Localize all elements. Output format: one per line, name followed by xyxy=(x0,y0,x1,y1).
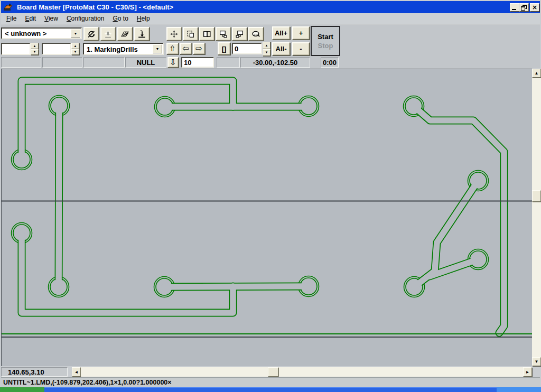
start-label[interactable]: Start xyxy=(318,32,333,41)
status-text: UNTITL~1.LMD,(-109.879,202.406),1×1,0.00… xyxy=(3,379,172,386)
readout-blank-2 xyxy=(42,57,82,68)
brackets-select-button[interactable]: [] xyxy=(218,42,230,55)
scroll-right-button[interactable]: ► xyxy=(523,367,532,377)
start-stop-button[interactable]: Start Stop xyxy=(311,26,340,56)
readout-blank-3 xyxy=(83,57,125,68)
stop-label: Stop xyxy=(318,41,333,50)
minimize-icon xyxy=(512,9,516,10)
x-spinner: ▲ ▼ xyxy=(31,43,39,55)
head-selector-combo[interactable]: < unknown > ▼ xyxy=(1,27,82,39)
chevron-down-icon[interactable]: ▼ xyxy=(153,44,162,53)
plate-back-icon xyxy=(235,30,244,39)
jog-right-button[interactable]: ⇨ xyxy=(193,43,205,54)
scroll-up-icon: ▲ xyxy=(535,71,539,76)
horizontal-scrollbar-row: 140.65,3.10 ◄ ► xyxy=(1,367,532,377)
vscroll-track[interactable] xyxy=(532,78,541,357)
duplicate-side-button[interactable] xyxy=(199,27,214,41)
menu-item-edit[interactable]: Edit xyxy=(21,14,40,23)
windows-taskbar xyxy=(0,387,541,392)
toolbar: < unknown > ▼ xyxy=(1,24,540,69)
rotate-refresh-button[interactable] xyxy=(83,27,99,41)
x-coordinate-input[interactable] xyxy=(1,43,31,55)
brackets-icon: [] xyxy=(222,45,227,53)
hscroll-track[interactable] xyxy=(81,367,523,377)
app-icon xyxy=(3,3,14,12)
hatch-area-icon xyxy=(120,30,129,39)
place-down-button[interactable] xyxy=(100,27,116,41)
spin-down-icon[interactable]: ▼ xyxy=(71,49,79,55)
y-coordinate-input[interactable] xyxy=(42,43,71,55)
tool-down-icon xyxy=(137,30,146,39)
close-button[interactable]: × xyxy=(530,3,539,12)
taskbar-strip xyxy=(0,387,541,392)
magnifier-icon xyxy=(251,30,260,39)
chevron-down-icon[interactable]: ▼ xyxy=(71,29,80,38)
phase-readout: NULL xyxy=(125,57,166,68)
screen: { "window": { "title": "Board Master [Pr… xyxy=(0,0,541,392)
vertical-scrollbar[interactable]: ▲ ▼ xyxy=(532,69,541,366)
dashed-copy-icon xyxy=(186,30,195,39)
menu-item-file[interactable]: File xyxy=(2,14,21,23)
spin-up-icon[interactable]: ▲ xyxy=(263,42,270,49)
jog-left-button[interactable]: ⇦ xyxy=(180,43,192,54)
down-arrow-icon: ⇩ xyxy=(170,58,176,67)
scroll-down-button[interactable]: ▼ xyxy=(532,357,541,366)
menu-item-configuration[interactable]: Configuration xyxy=(62,14,109,23)
restore-button[interactable] xyxy=(519,3,529,12)
position-readout: -30.00,-102.50 xyxy=(240,57,310,68)
status-bar: UNTITL~1.LMD,(-109.879,202.406),1×1,0.00… xyxy=(1,377,540,387)
all-plus-button[interactable]: All+ xyxy=(272,26,290,40)
plus-button[interactable]: + xyxy=(292,26,310,40)
head-selector-value: < unknown > xyxy=(5,30,46,38)
two-rects-icon xyxy=(202,30,211,39)
pcb-drawing xyxy=(2,69,532,366)
hatch-milling-button[interactable] xyxy=(117,27,133,41)
start-button-sliver[interactable] xyxy=(0,387,44,392)
scroll-down-icon: ▼ xyxy=(535,359,539,364)
window-title: Board Master [ProtoMat C30 - C30/S] - <d… xyxy=(17,3,173,11)
arrow-down-bar-icon xyxy=(104,30,113,39)
y-spinner: ▲ ▼ xyxy=(71,43,79,55)
production-phase-value: 1. MarkingDrills xyxy=(87,45,138,53)
next-plate-button[interactable] xyxy=(216,27,231,41)
menu-item-help[interactable]: Help xyxy=(133,14,154,23)
all-minus-button[interactable]: All- xyxy=(272,42,290,55)
minus-button[interactable]: - xyxy=(292,42,310,55)
count-spinner: ▲ ▼ xyxy=(263,42,270,56)
scroll-right-icon: ► xyxy=(526,370,530,375)
close-icon: × xyxy=(532,4,537,11)
menu-item-go-to[interactable]: Go to xyxy=(108,14,132,23)
scroll-left-icon: ◄ xyxy=(74,370,79,375)
system-tray-sliver xyxy=(497,387,541,392)
copy-selection-button[interactable] xyxy=(183,27,198,41)
pan-arrows-icon xyxy=(170,30,179,39)
scroll-up-button[interactable]: ▲ xyxy=(532,69,541,78)
pan-move-button[interactable] xyxy=(166,27,182,41)
cursor-position-readout: 140.65,3.10 xyxy=(1,367,68,377)
tool-down-button[interactable] xyxy=(134,27,150,41)
speed-input[interactable] xyxy=(181,57,214,68)
production-phase-combo[interactable]: 1. MarkingDrills ▼ xyxy=(83,43,164,55)
count-input[interactable] xyxy=(232,43,262,54)
readout-blank-1 xyxy=(1,57,41,68)
plate-forward-icon xyxy=(219,30,228,39)
zoom-button[interactable] xyxy=(248,27,264,41)
vscroll-thumb[interactable] xyxy=(532,190,541,202)
scroll-left-button[interactable]: ◄ xyxy=(72,367,81,377)
menu-item-view[interactable]: View xyxy=(40,14,62,23)
left-arrow-icon: ⇦ xyxy=(182,44,189,53)
spin-up-icon[interactable]: ▲ xyxy=(71,43,79,49)
minimize-button[interactable] xyxy=(510,3,519,12)
spin-up-icon[interactable]: ▲ xyxy=(31,43,39,49)
menu-bar: FileEditViewConfigurationGo toHelp xyxy=(1,13,540,24)
title-bar[interactable]: Board Master [ProtoMat C30 - C30/S] - <d… xyxy=(1,1,540,13)
rotate-slash-icon xyxy=(87,30,96,39)
readout-blank-4 xyxy=(217,57,240,68)
jog-up-button[interactable]: ⇧ xyxy=(166,43,179,54)
pcb-workspace[interactable] xyxy=(1,69,532,366)
prev-plate-button[interactable] xyxy=(232,27,247,41)
spin-down-icon[interactable]: ▼ xyxy=(263,49,270,57)
spin-down-icon[interactable]: ▼ xyxy=(31,49,39,55)
jog-down-button[interactable]: ⇩ xyxy=(167,57,179,68)
hscroll-thumb[interactable] xyxy=(268,367,278,377)
